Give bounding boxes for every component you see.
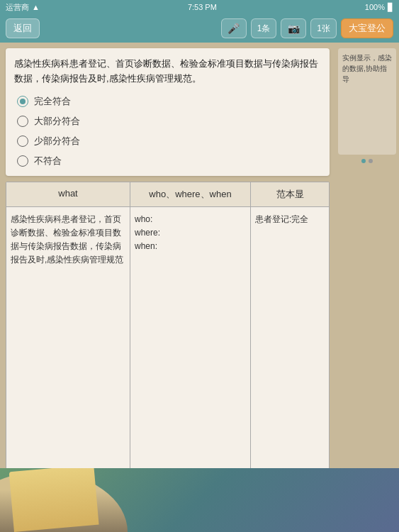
radio-不符合[interactable] xyxy=(17,155,28,167)
option-完全符合[interactable]: 完全符合 xyxy=(17,95,321,108)
battery-icon: ▊ xyxy=(388,3,393,12)
status-right: 100% ▊ xyxy=(365,3,393,12)
right-panel-dots xyxy=(338,159,396,163)
option-label-3: 不符合 xyxy=(34,155,62,167)
toolbar: 返回 🎤 1条 📷 1张 大宝登公 xyxy=(0,14,399,43)
left-panel: 感染性疾病科患者登记、首页诊断数据、检验金标准项目数据与传染病报告数据，传染病报… xyxy=(0,43,335,532)
radio-完全符合[interactable] xyxy=(17,96,28,107)
active-tab-button[interactable]: 大宝登公 xyxy=(341,18,393,38)
badge1-count: 1条 xyxy=(257,23,271,35)
table-header: what who、where、when 范本显 xyxy=(6,182,329,207)
mic-button[interactable]: 🎤 xyxy=(221,18,247,38)
table-header-what: what xyxy=(6,182,130,206)
table-header-who: who、where、when xyxy=(130,182,251,206)
status-bar: 运营商 ▲ 7:53 PM 100% ▊ xyxy=(0,0,399,14)
bottom-overlay-shape xyxy=(9,468,99,532)
badge2-count: 1张 xyxy=(317,23,330,35)
option-label-1: 大部分符合 xyxy=(34,115,80,128)
radio-少部分符合[interactable] xyxy=(17,135,28,147)
status-time: 7:53 PM xyxy=(188,3,217,11)
main-content: 感染性疾病科患者登记、首页诊断数据、检验金标准项目数据与传染病报告数据，传染病报… xyxy=(0,43,399,532)
battery-text: 100% xyxy=(365,3,385,11)
dot-1 xyxy=(361,159,366,163)
option-少部分符合[interactable]: 少部分符合 xyxy=(17,135,321,148)
radio-大部分符合[interactable] xyxy=(17,116,28,127)
bottom-image xyxy=(0,468,399,532)
back-button[interactable]: 返回 xyxy=(6,18,40,38)
right-panel: 实例显示，感染的数据,协助指导 xyxy=(335,43,399,532)
dot-2 xyxy=(369,159,373,163)
wifi-icon: ▲ xyxy=(32,3,40,11)
quiz-options: 完全符合 大部分符合 少部分符合 不符合 xyxy=(14,95,321,167)
quiz-card: 感染性疾病科患者登记、首页诊断数据、检验金标准项目数据与传染病报告数据，传染病报… xyxy=(6,48,330,176)
option-不符合[interactable]: 不符合 xyxy=(17,155,321,167)
badge-1张[interactable]: 1张 xyxy=(310,18,337,38)
quiz-question: 感染性疾病科患者登记、首页诊断数据、检验金标准项目数据与传染病报告数据，传染病报… xyxy=(14,57,321,87)
table-header-fanben: 范本显 xyxy=(251,182,329,206)
carrier-text: 运营商 xyxy=(6,2,29,13)
camera-button[interactable]: 📷 xyxy=(281,18,306,38)
option-大部分符合[interactable]: 大部分符合 xyxy=(17,115,321,128)
right-panel-content: 实例显示，感染的数据,协助指导 xyxy=(338,48,396,155)
mic-icon: 🎤 xyxy=(227,23,240,34)
camera-icon: 📷 xyxy=(288,23,300,34)
badge-1条[interactable]: 1条 xyxy=(251,18,277,38)
option-label-0: 完全符合 xyxy=(34,95,71,108)
option-label-2: 少部分符合 xyxy=(34,135,80,148)
status-left: 运营商 ▲ xyxy=(6,2,40,13)
